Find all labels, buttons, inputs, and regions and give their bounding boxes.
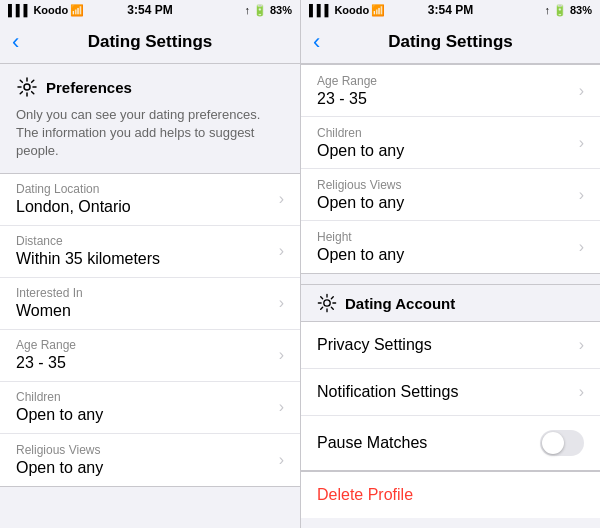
page-title-right: Dating Settings [301,32,600,52]
dating-location-label: Dating Location [16,182,271,196]
chevron-icon: › [279,398,284,416]
chevron-icon: › [579,186,584,204]
height-item[interactable]: Height Open to any › [301,221,600,273]
children-value-right: Open to any [317,142,571,160]
age-range-value-left: 23 - 35 [16,354,271,372]
back-button-left[interactable]: ‹ [12,29,19,55]
dating-account-label: Dating Account [345,295,455,312]
preferences-header: Preferences [0,64,300,102]
right-top-list: Age Range 23 - 35 › Children Open to any… [301,64,600,274]
children-label-right: Children [317,126,571,140]
children-label-left: Children [16,390,271,404]
carrier-left: ▌▌▌ Koodo 📶 [8,4,84,17]
back-button-right[interactable]: ‹ [313,29,320,55]
preferences-icon [16,76,38,98]
chevron-icon: › [579,134,584,152]
dating-account-header: Dating Account [301,284,600,321]
privacy-settings-label: Privacy Settings [317,336,432,354]
left-panel: ▌▌▌ Koodo 📶 3:54 PM ↑ 🔋 83% ‹ Dating Set… [0,0,300,528]
page-title-left: Dating Settings [0,32,300,52]
chevron-icon: › [579,82,584,100]
pause-matches-item[interactable]: Pause Matches [301,416,600,470]
distance-item[interactable]: Distance Within 35 kilometers › [0,226,300,278]
age-range-label-left: Age Range [16,338,271,352]
account-menu-list: Privacy Settings › Notification Settings… [301,321,600,471]
religious-views-label-left: Religious Views [16,443,271,457]
time-left: 3:54 PM [127,3,172,17]
age-range-item-right[interactable]: Age Range 23 - 35 › [301,65,600,117]
height-value: Open to any [317,246,571,264]
delete-profile-button[interactable]: Delete Profile [301,471,600,518]
chevron-icon: › [579,238,584,256]
height-label: Height [317,230,571,244]
religious-views-value-left: Open to any [16,459,271,477]
time-right: 3:54 PM [428,3,473,17]
svg-point-0 [24,84,30,90]
right-panel: ▌▌▌ Koodo 📶 3:54 PM ↑ 🔋 83% ‹ Dating Set… [300,0,600,528]
chevron-icon: › [279,190,284,208]
pause-matches-toggle[interactable] [540,430,584,456]
status-bar-right: ▌▌▌ Koodo 📶 3:54 PM ↑ 🔋 83% [301,0,600,20]
interested-in-item[interactable]: Interested In Women › [0,278,300,330]
notification-settings-label: Notification Settings [317,383,458,401]
delete-profile-label: Delete Profile [317,486,413,503]
children-item-left[interactable]: Children Open to any › [0,382,300,434]
left-list-section: Dating Location London, Ontario › Distan… [0,173,300,487]
toggle-knob [542,432,564,454]
chevron-icon: › [279,346,284,364]
status-bar-left: ▌▌▌ Koodo 📶 3:54 PM ↑ 🔋 83% [0,0,300,20]
interested-in-label: Interested In [16,286,271,300]
nav-bar-left: ‹ Dating Settings [0,20,300,64]
chevron-icon: › [579,336,584,354]
pause-matches-label: Pause Matches [317,434,427,452]
age-range-value-right: 23 - 35 [317,90,571,108]
dating-location-value: London, Ontario [16,198,271,216]
religious-views-item-right[interactable]: Religious Views Open to any › [301,169,600,221]
privacy-settings-item[interactable]: Privacy Settings › [301,322,600,369]
age-range-label-right: Age Range [317,74,571,88]
distance-value: Within 35 kilometers [16,250,271,268]
svg-point-1 [324,300,330,306]
notification-settings-item[interactable]: Notification Settings › [301,369,600,416]
chevron-icon: › [279,242,284,260]
chevron-icon: › [579,383,584,401]
age-range-item-left[interactable]: Age Range 23 - 35 › [0,330,300,382]
children-value-left: Open to any [16,406,271,424]
right-icons-right: ↑ 🔋 83% [544,4,592,17]
chevron-icon: › [279,451,284,469]
distance-label: Distance [16,234,271,248]
dating-location-item[interactable]: Dating Location London, Ontario › [0,174,300,226]
religious-views-item-left[interactable]: Religious Views Open to any › [0,434,300,486]
preferences-description: Only you can see your dating preferences… [0,102,300,173]
religious-views-value-right: Open to any [317,194,571,212]
chevron-icon: › [279,294,284,312]
preferences-label: Preferences [46,79,132,96]
carrier-right: ▌▌▌ Koodo 📶 [309,4,385,17]
right-icons-left: ↑ 🔋 83% [244,4,292,17]
gear-icon [317,293,337,313]
religious-views-label-right: Religious Views [317,178,571,192]
interested-in-value: Women [16,302,271,320]
children-item-right[interactable]: Children Open to any › [301,117,600,169]
nav-bar-right: ‹ Dating Settings [301,20,600,64]
